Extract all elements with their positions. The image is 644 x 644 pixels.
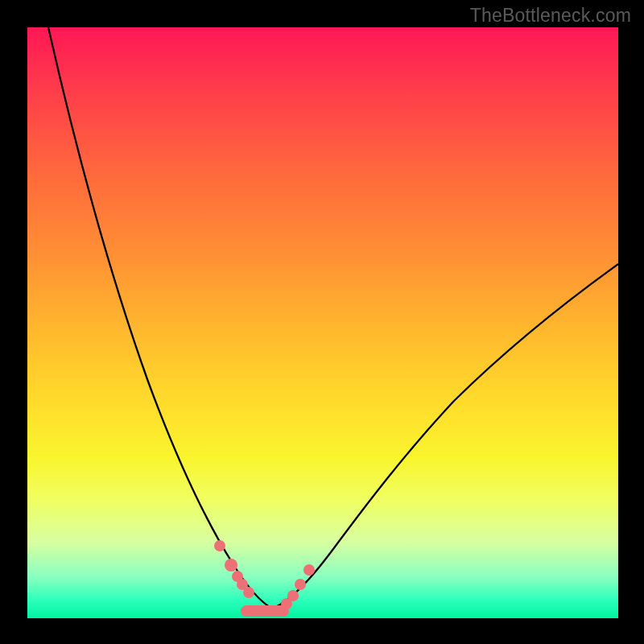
- data-point: [214, 540, 225, 551]
- data-point: [225, 559, 237, 572]
- valley-bar: [241, 605, 289, 617]
- watermark-text: TheBottleneck.com: [470, 5, 631, 27]
- data-point: [243, 587, 254, 598]
- data-point: [287, 590, 299, 601]
- data-point: [303, 564, 315, 576]
- chart-plot-area: [27, 27, 618, 618]
- chart-svg: [27, 27, 618, 618]
- right-curve: [265, 264, 618, 612]
- left-curve: [48, 27, 273, 609]
- data-point: [295, 579, 306, 590]
